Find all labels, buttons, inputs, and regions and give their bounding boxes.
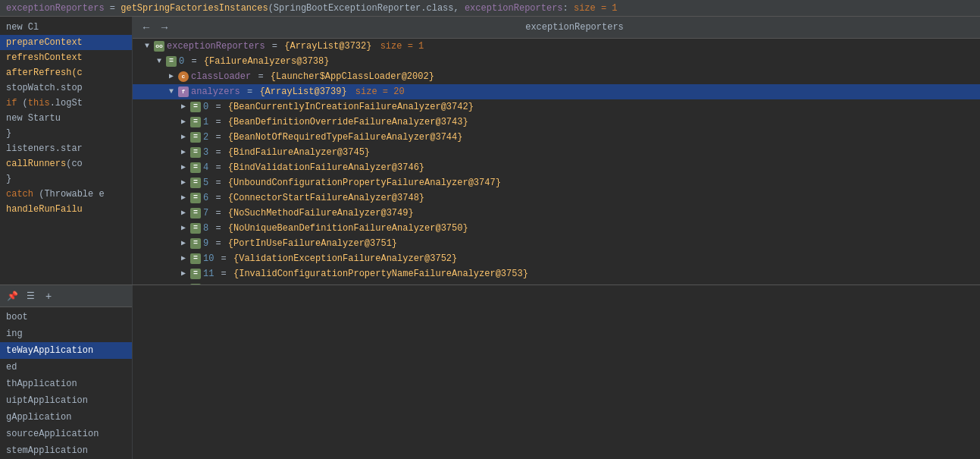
bottom-panel: 📌 ☰ + boot ing teWayApplication ed thApp…: [0, 285, 980, 459]
bottom-list: boot ing teWayApplication ed thApplicati…: [0, 307, 132, 459]
debug-title: exceptionReporters: [175, 22, 974, 33]
arr-icon: =: [190, 208, 201, 218]
expand-arrow[interactable]: [181, 161, 190, 174]
settings-button[interactable]: ☰: [23, 288, 38, 303]
expand-arrow[interactable]: [181, 267, 190, 281]
loader-icon: c: [178, 71, 189, 82]
tree-row-item-7[interactable]: = 7 = {NoSuchMethodFailureAnalyzer@3749}: [133, 206, 980, 221]
pin-button[interactable]: 📌: [5, 288, 20, 303]
top-exception-reporters: exceptionReporters: [6, 3, 105, 14]
tree-row-item-3[interactable]: = 3 = {BindFailureAnalyzer@3745}: [133, 145, 980, 160]
list-item-boot[interactable]: boot: [0, 309, 132, 325]
code-line: handleRunFailu: [0, 202, 132, 217]
arr-icon: =: [190, 102, 201, 112]
bottom-right-empty: [133, 285, 980, 459]
debug-panel: ← → exceptionReporters oo exceptionRepor…: [133, 17, 980, 285]
expand-arrow[interactable]: [181, 252, 190, 266]
expand-arrow[interactable]: [181, 176, 190, 190]
bottom-left: 📌 ☰ + boot ing teWayApplication ed thApp…: [0, 285, 133, 459]
tree-row-item-10[interactable]: = 10 = {ValidationExceptionFailureAnalyz…: [133, 251, 980, 266]
expand-arrow[interactable]: [181, 237, 190, 250]
code-line: new Cl: [0, 20, 132, 35]
code-line: callRunners(co: [0, 156, 132, 171]
expand-arrow[interactable]: [181, 100, 190, 114]
code-line: }: [0, 171, 132, 187]
list-item-gateway[interactable]: teWayApplication: [0, 342, 132, 359]
forward-button[interactable]: →: [157, 20, 172, 35]
expand-arrow[interactable]: [181, 206, 190, 220]
arr-icon: =: [190, 147, 201, 158]
arr-icon: =: [190, 238, 201, 249]
main-layout: new Cl prepareContext refreshContext aft…: [0, 17, 980, 285]
arr-icon: =: [166, 56, 177, 67]
arr-icon: =: [190, 178, 201, 188]
tree-row-item-4[interactable]: = 4 = {BindValidationFailureAnalyzer@374…: [133, 160, 980, 175]
tree-row-item-1[interactable]: = 1 = {BeanDefinitionOverrideFailureAnal…: [133, 115, 980, 130]
left-code-area: new Cl prepareContext refreshContext aft…: [0, 17, 132, 285]
left-panel: new Cl prepareContext refreshContext aft…: [0, 17, 133, 285]
list-item-stemapplication[interactable]: stemApplication: [0, 442, 132, 459]
list-item-uiptapplication[interactable]: uiptApplication: [0, 392, 132, 409]
list-item-thapplication[interactable]: thApplication: [0, 376, 132, 392]
expand-arrow[interactable]: [181, 191, 190, 205]
code-line: if (this.logSt: [0, 96, 132, 111]
expand-arrow[interactable]: [181, 115, 190, 129]
expand-arrow[interactable]: [169, 85, 178, 99]
expand-arrow[interactable]: [181, 130, 190, 144]
expand-arrow[interactable]: [169, 70, 178, 83]
arr-icon: =: [190, 132, 201, 143]
code-line: afterRefresh(c: [0, 65, 132, 80]
tree-row-exception-reporters[interactable]: oo exceptionReporters = {ArrayList@3732}…: [133, 39, 980, 54]
arr-icon: =: [190, 223, 201, 234]
code-line-active: prepareContext: [0, 35, 132, 50]
arr-icon: =: [190, 117, 201, 127]
code-line: stopWatch.stop: [0, 80, 132, 96]
tree-row-0[interactable]: = 0 = {FailureAnalyzers@3738}: [133, 54, 980, 69]
back-button[interactable]: ←: [139, 20, 154, 35]
field-icon: f: [178, 86, 189, 97]
arr-icon: =: [190, 253, 201, 264]
bottom-toolbar: 📌 ☰ +: [0, 285, 132, 307]
tree-row-classloader[interactable]: c classLoader = {Launcher$AppClassLoader…: [133, 69, 980, 84]
code-line: catch (Throwable e: [0, 187, 132, 202]
expand-arrow[interactable]: [157, 55, 166, 68]
list-item-ing[interactable]: ing: [0, 325, 132, 342]
top-code-bar: exceptionReporters = getSpringFactoriesI…: [0, 0, 980, 17]
code-line: new Startu: [0, 111, 132, 126]
code-line: }: [0, 126, 132, 141]
list-item-resourceapplication[interactable]: sourceApplication: [0, 426, 132, 442]
tree-row-item-2[interactable]: = 2 = {BeanNotOfRequiredTypeFailureAnaly…: [133, 130, 980, 145]
expand-arrow[interactable]: [145, 39, 154, 53]
tree-row-item-8[interactable]: = 8 = {NoUniqueBeanDefinitionFailureAnal…: [133, 221, 980, 236]
oo-icon: oo: [154, 41, 164, 52]
arr-icon: =: [190, 162, 201, 173]
tree-row-item-9[interactable]: = 9 = {PortInUseFailureAnalyzer@3751}: [133, 236, 980, 251]
tree-row-item-5[interactable]: = 5 = {UnboundConfigurationPropertyFailu…: [133, 175, 980, 190]
tree-row-analyzers[interactable]: f analyzers = {ArrayList@3739} size = 20: [133, 84, 980, 99]
list-item-gapplication[interactable]: gApplication: [0, 409, 132, 426]
add-button[interactable]: +: [41, 288, 56, 303]
expand-arrow[interactable]: [181, 146, 190, 159]
debug-toolbar: ← → exceptionReporters: [133, 17, 980, 39]
tree-row-item-0[interactable]: = 0 = {BeanCurrentlyInCreationFailureAna…: [133, 99, 980, 115]
list-item-ed[interactable]: ed: [0, 359, 132, 376]
variables-tree[interactable]: oo exceptionReporters = {ArrayList@3732}…: [133, 39, 980, 285]
expand-arrow[interactable]: [181, 222, 190, 235]
tree-row-item-6[interactable]: = 6 = {ConnectorStartFailureAnalyzer@374…: [133, 190, 980, 206]
tree-row-item-11[interactable]: = 11 = {InvalidConfigurationPropertyName…: [133, 266, 980, 281]
code-line: refreshContext: [0, 50, 132, 65]
code-line: listeners.star: [0, 141, 132, 156]
arr-icon: =: [190, 269, 201, 279]
arr-icon: =: [190, 193, 201, 203]
